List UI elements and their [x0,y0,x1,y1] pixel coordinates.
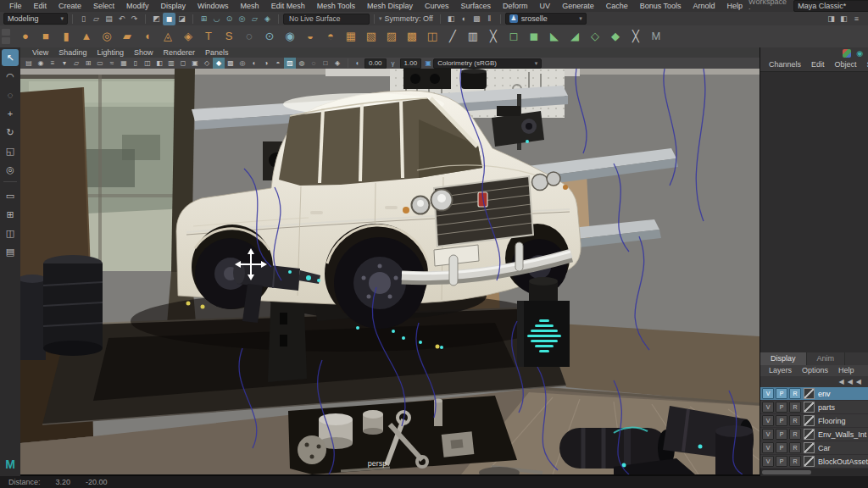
panel-menu-item[interactable]: Show [129,47,159,58]
two-pane-layout[interactable]: ◫ [2,225,19,241]
two-d-pan-zoom-icon[interactable]: ⊞ [82,58,94,69]
view-transform-combo[interactable]: Colorimetry (sRGB) ▾ [433,58,542,69]
ipr-render-icon[interactable]: ◐ [458,13,470,25]
panel-menu-item[interactable]: Panels [200,47,234,58]
panel-menu-item[interactable]: Renderer [158,47,200,58]
select-component-icon[interactable]: ◪ [175,13,188,25]
extract-icon[interactable]: ▨ [381,26,402,47]
exposure-field[interactable]: 0.00 [364,58,387,69]
menubar-item[interactable]: Create [53,0,87,12]
layer-editor-menu-item[interactable]: Options [797,365,833,376]
use-all-lights-icon[interactable]: ◎ [236,58,248,69]
layer-render-toggle[interactable]: R [789,429,801,440]
separate-icon[interactable]: ▧ [361,26,381,47]
gamma-icon[interactable]: γ [388,59,398,67]
channel-box-menu-item[interactable]: Edit [806,59,830,71]
fill-hole-icon[interactable]: ▩ [402,26,422,47]
menubar-item[interactable]: Modify [120,0,155,12]
move-tool[interactable]: + [2,105,19,122]
safe-action-icon[interactable]: ◻ [177,58,189,69]
pause-icon[interactable]: ‖ [483,13,496,25]
field-chart-icon[interactable]: ▥ [165,58,177,69]
combine-icon[interactable]: ▦ [341,26,361,47]
menubar-item[interactable]: Windows [192,0,235,12]
layer-editor-menu-item[interactable]: Help [833,365,860,376]
menubar-item[interactable]: Deform [497,0,534,12]
center-pivot-icon[interactable]: ◇ [585,26,605,47]
mute-layers-icon[interactable]: ◀ [848,376,853,387]
menubar-item[interactable]: Select [87,0,120,12]
undo-icon[interactable]: ↶ [115,13,128,25]
new-scene-icon[interactable]: ▯ [77,13,90,25]
mirror-icon[interactable]: ◫ [422,26,442,47]
camera-attributes-icon[interactable]: ≡ [47,58,58,69]
paint-select-tool[interactable]: ◌ [2,86,19,103]
bookmarks-icon[interactable]: ▾ [58,58,70,69]
layer-row[interactable]: V P R Env_Walls_Int [760,428,868,441]
layer-visible-toggle[interactable]: V [762,415,774,426]
four-pane-layout[interactable]: ⊞ [2,206,19,223]
insert-edge-loop-icon[interactable]: ▥ [463,26,483,47]
snap-to-grid-icon[interactable]: ⊞ [198,13,210,25]
layer-color-swatch[interactable] [804,429,815,440]
ssao-icon[interactable]: ◑ [260,58,272,69]
image-plane-icon[interactable]: ▱ [70,58,82,69]
xyz-axis-icon[interactable] [843,49,851,58]
layer-color-swatch[interactable] [804,415,815,426]
menubar-item[interactable]: Display [155,0,192,12]
menubar-item[interactable]: Edit Mesh [265,0,311,12]
lasso-tool[interactable]: ◠ [2,68,19,85]
lock-camera-icon[interactable]: ◉ [35,58,47,69]
gate-mask-icon[interactable]: ◧ [153,58,165,69]
layer-playback-toggle[interactable]: P [776,429,787,440]
snap-to-point-icon[interactable]: ⊙ [223,13,236,25]
grease-pencil-icon[interactable]: ≈ [106,58,118,69]
layer-playback-toggle[interactable]: P [776,388,787,399]
menuset-combo[interactable]: Modeling ▾ [3,13,68,25]
motion-blur-icon[interactable]: ◓ [272,58,284,69]
single-pane-layout[interactable]: ▭ [2,187,19,204]
layer-render-toggle[interactable]: R [789,415,801,426]
layer-color-swatch[interactable] [804,456,815,467]
menubar-item[interactable]: UV [534,0,557,12]
menubar-item[interactable]: Surfaces [455,0,498,12]
last-tool[interactable]: ◎ [2,161,19,178]
select-hierarchy-icon[interactable]: ◩ [150,13,163,25]
layer-editor-tab[interactable]: Display [760,352,807,365]
poly-disc-icon[interactable]: ◖ [137,26,158,47]
channel-box-toggle-icon[interactable]: ≡ [850,13,863,25]
select-camera-icon[interactable]: ▤ [23,58,35,69]
new-layer-icon[interactable]: ◀ [856,376,861,387]
layer-playback-toggle[interactable]: P [776,402,787,413]
layer-visible-toggle[interactable]: V [762,402,774,413]
layer-render-toggle[interactable]: R [789,442,801,453]
xray-icon[interactable]: □ [320,58,331,69]
platonic-solid-icon[interactable]: ◬ [158,26,178,47]
layer-render-toggle[interactable]: R [789,456,801,467]
outliner-persp-layout[interactable]: ▤ [2,243,19,260]
poly-plane-icon[interactable]: ▰ [117,26,137,47]
layer-row[interactable]: V P R parts [760,401,868,414]
multi-cut-icon[interactable]: ╱ [442,26,463,47]
solo-layers-icon[interactable]: ◀ [839,376,844,387]
poly-sphere-icon[interactable]: ● [15,26,36,47]
menubar-item[interactable]: Mesh Display [361,0,419,12]
poly-cylinder-icon[interactable]: ▮ [56,26,76,47]
menubar-item[interactable]: Help [721,0,749,12]
menubar-item[interactable]: Mesh [235,0,265,12]
snap-to-projected-center-icon[interactable]: ◎ [236,13,248,25]
layer-color-swatch[interactable] [804,402,815,413]
layer-visible-toggle[interactable]: V [762,456,774,467]
menubar-item[interactable]: Mesh Tools [311,0,361,12]
menubar-item[interactable]: Cache [600,0,634,12]
shaded-icon[interactable]: ◆ [213,58,225,69]
make-live-icon[interactable]: ◈ [261,13,274,25]
layer-visible-toggle[interactable]: V [762,429,774,440]
channel-box-menu-item[interactable]: Channels [764,59,806,71]
boolean-union-icon[interactable]: ◒ [300,26,320,47]
layer-editor-menu-item[interactable]: Layers [764,365,797,376]
layer-visible-toggle[interactable]: V [762,442,774,453]
render-view-icon[interactable]: ◧ [445,13,458,25]
isolate-select-icon[interactable]: ◌ [308,58,320,69]
workspace-combo[interactable]: Maya Classic* ▾ [793,0,868,12]
